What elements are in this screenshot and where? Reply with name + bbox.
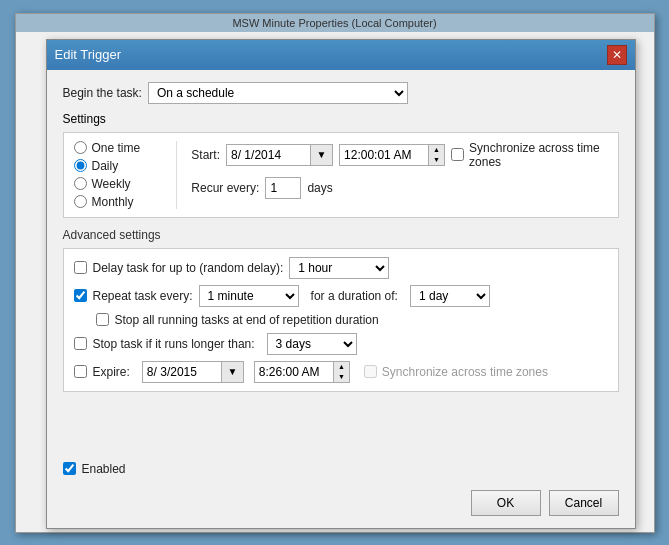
expire-spin-up-icon[interactable]: ▲ — [334, 362, 349, 372]
expire-label: Expire: — [93, 365, 130, 379]
date-wrapper: ▼ — [226, 144, 333, 166]
radio-one-time-label: One time — [92, 141, 141, 155]
recur-value-input[interactable] — [265, 177, 301, 199]
time-wrapper: ▲ ▼ — [339, 144, 445, 166]
advanced-group: Delay task for up to (random delay): 1 h… — [63, 248, 619, 392]
expire-checkbox[interactable] — [74, 365, 87, 378]
settings-group: One time Daily Weekly Monthly — [63, 132, 619, 218]
expire-time-wrapper: ▲ ▼ — [254, 361, 350, 383]
start-label: Start: — [191, 148, 220, 162]
recur-label: Recur every: — [191, 181, 259, 195]
spin-down-icon[interactable]: ▼ — [429, 155, 444, 165]
dialog-title-bar: Edit Trigger ✕ — [47, 40, 635, 70]
radio-weekly-input[interactable] — [74, 177, 87, 190]
delay-task-label: Delay task for up to (random delay): — [93, 261, 284, 275]
expire-sync-checkbox[interactable] — [364, 365, 377, 378]
settings-label: Settings — [63, 112, 619, 126]
radio-weekly-label: Weekly — [92, 177, 131, 191]
right-settings: Start: ▼ ▲ ▼ — [177, 141, 607, 209]
radio-one-time: One time — [74, 141, 167, 155]
radio-monthly-label: Monthly — [92, 195, 134, 209]
start-row: Start: ▼ ▲ ▼ — [191, 141, 607, 169]
stop-all-row: Stop all running tasks at end of repetit… — [96, 313, 608, 327]
spin-up-icon[interactable]: ▲ — [429, 145, 444, 155]
enabled-label: Enabled — [82, 462, 126, 476]
expire-date-input[interactable] — [142, 361, 222, 383]
radio-weekly: Weekly — [74, 177, 167, 191]
recur-row: Recur every: days — [191, 177, 607, 199]
radio-column: One time Daily Weekly Monthly — [74, 141, 178, 209]
dialog-window: Edit Trigger ✕ Begin the task: On a sche… — [46, 39, 636, 529]
dialog-content: Begin the task: On a schedule Settings O… — [47, 70, 635, 404]
repeat-value-select[interactable]: 1 minute — [199, 285, 299, 307]
expire-spin-down-icon[interactable]: ▼ — [334, 372, 349, 382]
recur-unit: days — [307, 181, 332, 195]
delay-task-row: Delay task for up to (random delay): 1 h… — [74, 257, 608, 279]
duration-value-select[interactable]: 1 day — [410, 285, 490, 307]
begin-task-label: Begin the task: — [63, 86, 142, 100]
delay-task-checkbox[interactable] — [74, 261, 87, 274]
duration-label: for a duration of: — [311, 289, 398, 303]
delay-value-select[interactable]: 1 hour — [289, 257, 389, 279]
stop-if-row: Stop task if it runs longer than: 3 days — [74, 333, 608, 355]
radio-monthly: Monthly — [74, 195, 167, 209]
radio-monthly-input[interactable] — [74, 195, 87, 208]
main-window: MSW Minute Properties (Local Computer) E… — [15, 13, 655, 533]
expire-time-input[interactable] — [254, 361, 334, 383]
expire-row: Expire: ▼ ▲ ▼ — [74, 361, 608, 383]
sync-label: Synchronize across time zones — [469, 141, 607, 169]
stop-if-checkbox[interactable] — [74, 337, 87, 350]
advanced-section: Advanced settings Delay task for up to (… — [63, 228, 619, 392]
radio-one-time-input[interactable] — [74, 141, 87, 154]
stop-all-checkbox[interactable] — [96, 313, 109, 326]
enabled-row: Enabled — [63, 462, 126, 476]
expire-sync-label: Synchronize across time zones — [382, 365, 548, 379]
expire-calendar-button[interactable]: ▼ — [222, 361, 244, 383]
time-spinner[interactable]: ▲ ▼ — [429, 144, 445, 166]
repeat-task-checkbox[interactable] — [74, 289, 87, 302]
begin-task-select[interactable]: On a schedule — [148, 82, 408, 104]
sync-checkbox[interactable] — [451, 148, 464, 161]
cancel-button[interactable]: Cancel — [549, 490, 619, 516]
advanced-label: Advanced settings — [63, 228, 619, 242]
repeat-task-row: Repeat task every: 1 minute for a durati… — [74, 285, 608, 307]
stop-all-label: Stop all running tasks at end of repetit… — [115, 313, 379, 327]
radio-daily-label: Daily — [92, 159, 119, 173]
repeat-task-label: Repeat task every: — [93, 289, 193, 303]
stop-if-label: Stop task if it runs longer than: — [93, 337, 255, 351]
begin-task-row: Begin the task: On a schedule — [63, 82, 619, 104]
dialog-title: Edit Trigger — [55, 47, 121, 62]
radio-daily-input[interactable] — [74, 159, 87, 172]
ok-button[interactable]: OK — [471, 490, 541, 516]
sync-row: Synchronize across time zones — [451, 141, 607, 169]
start-date-input[interactable] — [226, 144, 311, 166]
outer-title: MSW Minute Properties (Local Computer) — [232, 17, 436, 29]
stop-if-select[interactable]: 3 days — [267, 333, 357, 355]
calendar-button[interactable]: ▼ — [311, 144, 333, 166]
radio-daily: Daily — [74, 159, 167, 173]
expire-sync-row: Synchronize across time zones — [364, 365, 548, 379]
bottom-buttons: OK Cancel — [471, 490, 619, 516]
start-time-input[interactable] — [339, 144, 429, 166]
close-button[interactable]: ✕ — [607, 45, 627, 65]
enabled-checkbox[interactable] — [63, 462, 76, 475]
outer-title-bar: MSW Minute Properties (Local Computer) — [16, 14, 654, 32]
expire-date-wrapper: ▼ — [142, 361, 244, 383]
expire-time-spinner[interactable]: ▲ ▼ — [334, 361, 350, 383]
